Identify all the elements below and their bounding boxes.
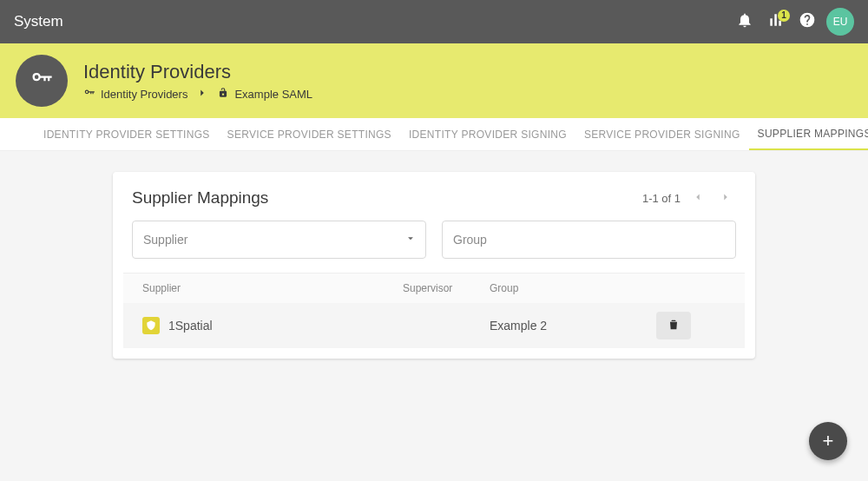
pager-prev[interactable] <box>687 188 708 208</box>
supplier-logo-icon <box>142 317 160 334</box>
pager-next[interactable] <box>715 188 736 208</box>
cell-group: Example 2 <box>490 319 656 333</box>
breadcrumb-leaf-label: Example SAML <box>234 88 312 101</box>
chevron-left-icon <box>692 191 704 206</box>
lock-open-icon <box>217 87 229 102</box>
breadcrumb-root-label: Identity Providers <box>101 88 187 101</box>
delete-row-button[interactable] <box>656 312 691 339</box>
user-avatar[interactable]: EU <box>826 8 854 36</box>
notifications-button[interactable] <box>729 6 760 37</box>
col-actions <box>656 282 726 294</box>
help-button[interactable] <box>792 6 823 37</box>
breadcrumb-leaf[interactable]: Example SAML <box>217 87 312 102</box>
cell-supplier: 1Spatial <box>142 317 403 334</box>
analytics-badge: 1 <box>778 10 790 22</box>
breadcrumb-root[interactable]: Identity Providers <box>83 87 187 102</box>
cell-actions <box>656 312 726 339</box>
table-row: 1Spatial Example 2 <box>123 303 745 348</box>
page-hero: Identity Providers Identity Providers Ex… <box>0 43 868 118</box>
app-title: System <box>14 13 63 30</box>
main-area: Supplier Mappings 1-1 of 1 Supplier <box>0 151 868 359</box>
pager: 1-1 of 1 <box>642 188 736 208</box>
caret-down-icon <box>404 233 417 247</box>
pager-text: 1-1 of 1 <box>642 192 681 205</box>
tab-service-provider-settings[interactable]: SERVICE PROVIDER SETTINGS <box>219 118 400 150</box>
table-header: Supplier Supervisor Group <box>123 273 745 303</box>
chevron-right-icon <box>196 87 208 102</box>
card-title: Supplier Mappings <box>132 188 642 208</box>
help-icon <box>799 11 816 32</box>
breadcrumb: Identity Providers Example SAML <box>83 87 312 102</box>
bell-icon <box>736 11 753 32</box>
page-title: Identity Providers <box>83 61 312 83</box>
app-bar: System 1 EU <box>0 0 868 43</box>
tab-supplier-mappings[interactable]: SUPPLIER MAPPINGS <box>749 118 868 150</box>
tab-service-provider-signing[interactable]: SERVICE PROVIDER SIGNING <box>575 118 749 150</box>
chevron-right-icon <box>720 191 732 206</box>
filters-row: Supplier Group <box>113 221 755 273</box>
trash-icon <box>667 318 681 334</box>
supplier-mappings-card: Supplier Mappings 1-1 of 1 Supplier <box>113 172 755 359</box>
tab-identity-provider-signing[interactable]: IDENTITY PROVIDER SIGNING <box>400 118 575 150</box>
page-titles: Identity Providers Identity Providers Ex… <box>83 61 312 102</box>
col-supervisor: Supervisor <box>403 282 490 294</box>
supplier-select-label: Supplier <box>143 233 187 247</box>
supplier-select[interactable]: Supplier <box>132 221 426 259</box>
card-header: Supplier Mappings 1-1 of 1 <box>113 172 755 221</box>
col-supplier: Supplier <box>142 282 403 294</box>
group-input[interactable]: Group <box>442 221 736 259</box>
group-input-label: Group <box>453 233 487 247</box>
tab-bar: IDENTITY PROVIDER SETTINGS SERVICE PROVI… <box>0 118 868 151</box>
add-mapping-fab[interactable]: + <box>809 422 847 460</box>
key-icon <box>83 87 95 102</box>
col-group: Group <box>490 282 656 294</box>
analytics-button[interactable]: 1 <box>760 6 792 37</box>
cell-supplier-text: 1Spatial <box>168 319 213 333</box>
page-icon-circle <box>16 55 68 107</box>
tab-identity-provider-settings[interactable]: IDENTITY PROVIDER SETTINGS <box>35 118 219 150</box>
key-icon <box>30 67 54 95</box>
plus-icon: + <box>823 432 834 451</box>
